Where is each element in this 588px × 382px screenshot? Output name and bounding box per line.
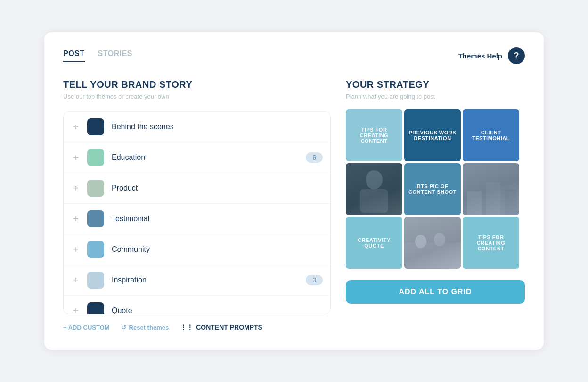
add-theme-btn[interactable]: + [71, 122, 81, 133]
theme-name: Testimonial [112, 215, 323, 223]
grid-cell-text: PREVIOUS WORK DESTINATION [408, 130, 457, 141]
grid-cell-photo-office-1[interactable] [463, 163, 519, 215]
theme-color-swatch [87, 180, 104, 197]
svg-rect-4 [467, 191, 482, 215]
grid-cell-text: TIPS FOR CREATING CONTENT [466, 234, 515, 251]
tabs-left: POST STORIES [63, 50, 132, 62]
svg-point-9 [415, 235, 426, 248]
grid-icon: ⋮⋮ [180, 324, 193, 331]
theme-item: + Behind the scenes [64, 112, 330, 142]
content-prompts-label: CONTENT PROMPTS [196, 324, 262, 331]
grid-cell-text: TIPS FOR CREATING CONTENT [350, 127, 399, 144]
tabs-right: Themes Help ? [458, 47, 525, 64]
strategy-subtitle: Plann what you are going to post [346, 93, 525, 100]
theme-color-swatch [87, 149, 104, 166]
svg-point-10 [434, 233, 445, 246]
theme-name: Behind the scenes [112, 123, 323, 131]
theme-color-swatch [87, 302, 104, 314]
main-card: POST STORIES Themes Help ? TELL YOUR BRA… [44, 32, 544, 350]
tab-post[interactable]: POST [63, 50, 85, 62]
add-theme-btn[interactable]: + [71, 244, 81, 255]
grid-cell-tips-2[interactable]: TIPS FOR CREATING CONTENT [463, 217, 519, 269]
theme-item: + Community [64, 234, 330, 265]
grid-cell-text: CLIENT TESTIMONIAL [466, 130, 515, 141]
content-prompts-link[interactable]: ⋮⋮ CONTENT PROMPTS [180, 324, 262, 331]
svg-rect-6 [505, 189, 517, 215]
add-all-to-grid-button[interactable]: ADD ALL TO GRID [346, 280, 525, 304]
theme-name: Community [112, 245, 323, 254]
theme-color-swatch [87, 210, 104, 227]
grid-cell-text: CREATIVITY QUOTE [350, 237, 399, 249]
svg-rect-2 [360, 189, 388, 213]
theme-badge: 6 [306, 152, 323, 163]
svg-rect-5 [486, 182, 500, 215]
themes-list: + Behind the scenes + Education 6 + Prod… [63, 111, 331, 314]
theme-item: + Testimonial [64, 204, 330, 234]
theme-item: + Product [64, 173, 330, 204]
grid-cell-tips-1[interactable]: TIPS FOR CREATING CONTENT [346, 109, 402, 161]
theme-name: Quote [112, 307, 323, 314]
add-theme-btn[interactable]: + [71, 152, 81, 163]
reset-themes-label: Reset themes [129, 324, 169, 331]
strategy-grid: TIPS FOR CREATING CONTENT PREVIOUS WORK … [346, 109, 525, 269]
grid-cell-bts[interactable]: BTS PIC OF CONTENT SHOOT [404, 163, 461, 215]
grid-cell-client-testimonial[interactable]: CLIENT TESTIMONIAL [463, 109, 519, 161]
theme-name: Inspiration [112, 276, 306, 284]
theme-item: + Quote [64, 296, 330, 314]
help-button[interactable]: ? [508, 47, 525, 64]
grid-cell-creativity-quote[interactable]: CREATIVITY QUOTE [346, 217, 402, 269]
right-column: YOUR STRATEGY Plann what you are going t… [346, 79, 525, 331]
svg-point-1 [366, 170, 383, 189]
themes-help-label: Themes Help [458, 52, 502, 60]
add-theme-btn[interactable]: + [71, 275, 81, 286]
theme-color-swatch [87, 241, 104, 258]
theme-item: + Education 6 [64, 142, 330, 173]
reset-icon: ↺ [121, 324, 126, 331]
theme-badge: 3 [306, 275, 323, 285]
theme-color-swatch [87, 272, 104, 289]
grid-cell-photo-person[interactable] [346, 163, 402, 215]
add-theme-btn[interactable]: + [71, 214, 81, 224]
tab-stories[interactable]: STORIES [98, 50, 132, 62]
theme-name: Education [112, 153, 306, 162]
grid-cell-previous-work[interactable]: PREVIOUS WORK DESTINATION [404, 109, 461, 161]
theme-color-swatch [87, 118, 104, 135]
add-theme-btn[interactable]: + [71, 306, 81, 315]
tabs-header: POST STORIES Themes Help ? [63, 47, 525, 64]
strategy-title: YOUR STRATEGY [346, 79, 525, 90]
brand-story-subtitle: Use our top themes or create your own [63, 93, 331, 100]
columns: TELL YOUR BRAND STORY Use our top themes… [63, 79, 525, 331]
grid-cell-text: BTS PIC OF CONTENT SHOOT [408, 183, 457, 195]
add-theme-btn[interactable]: + [71, 183, 81, 194]
reset-themes-link[interactable]: ↺ Reset themes [121, 324, 169, 331]
grid-cell-photo-office-2[interactable] [404, 217, 461, 269]
add-custom-link[interactable]: + ADD CUSTOM [63, 324, 110, 331]
theme-item: + Inspiration 3 [64, 265, 330, 296]
list-actions: + ADD CUSTOM ↺ Reset themes ⋮⋮ CONTENT P… [63, 324, 331, 331]
brand-story-title: TELL YOUR BRAND STORY [63, 79, 331, 90]
left-column: TELL YOUR BRAND STORY Use our top themes… [63, 79, 331, 331]
theme-name: Product [112, 184, 323, 192]
svg-rect-8 [404, 243, 461, 269]
